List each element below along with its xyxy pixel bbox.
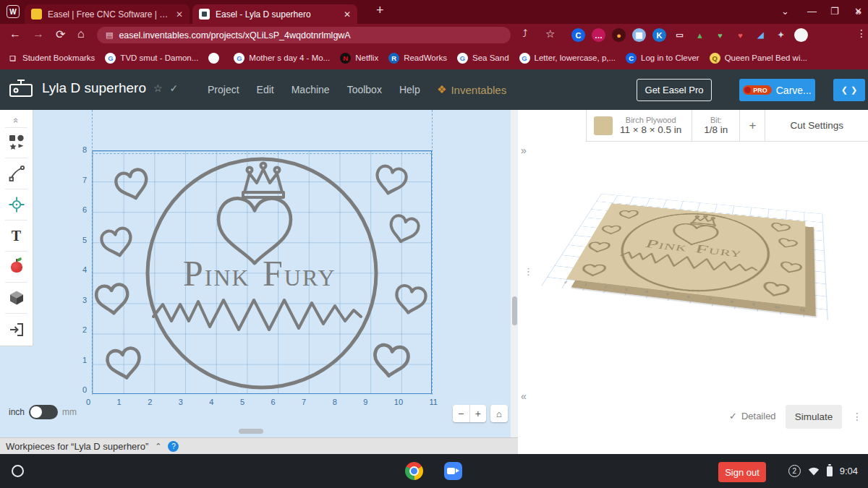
site-info-icon[interactable]: ▤ [106,30,113,40]
close-tab-icon[interactable]: ✕ [176,9,183,20]
origin-tool-button[interactable] [0,195,33,214]
bookmark-item[interactable]: R ReadWorks [388,53,447,64]
bookmarks-overflow-icon[interactable]: » [856,6,861,17]
bookmark-item[interactable]: G Letter, lowercase, p,... [519,53,616,64]
extension-icon[interactable]: ♥ [733,28,747,42]
bookmark-favicon-icon: C [626,53,637,64]
extension-icon[interactable] [794,28,808,42]
zoom-in-button[interactable]: + [470,405,487,422]
cube-icon [8,289,25,307]
carve-button[interactable]: PRO Carve... [739,79,815,101]
preview-menu-icon[interactable]: ⋮ [852,411,862,422]
bookmark-item[interactable]: N Netflix [340,53,378,64]
browser-tab-active[interactable]: Easel - Lyla D superhero ✕ [192,4,357,24]
material-swatch[interactable] [594,116,613,135]
text-tool-button[interactable]: T [0,226,33,245]
new-tab-button[interactable]: + [376,3,384,18]
panel-collapse-icon[interactable]: « [521,390,527,402]
extension-icon[interactable]: ▭ [673,28,686,42]
extension-icon[interactable]: … [592,28,605,42]
extension-icon[interactable]: ♥ [713,28,727,42]
tab-list-chevron-icon[interactable]: ⌄ [781,6,789,17]
bookmark-item[interactable]: G Sea Sand [457,53,509,64]
project-title-text[interactable]: Lyla D superhero [42,80,146,96]
zoom-home-button[interactable]: ⌂ [490,405,508,422]
bookmark-item[interactable]: G Mother s day 4 - Mo... [234,53,330,64]
get-easel-pro-button[interactable]: Get Easel Pro [637,79,712,101]
draw-tool-button[interactable] [0,164,33,183]
bookmark-label: Log in to Clever [641,53,699,62]
sign-out-button[interactable]: Sign out [718,462,766,482]
menu-item[interactable]: Edit [257,84,274,95]
unit-inch-label: inch [9,407,25,417]
bookmark-item[interactable]: C Log in to Clever [626,53,699,64]
bookmark-item[interactable] [208,53,224,64]
menu-item[interactable]: Toolbox [347,84,382,95]
bookmark-item[interactable]: Q Queen Panel Bed wi... [710,53,807,64]
extension-icon[interactable]: C [571,28,585,42]
import-tool-button[interactable] [0,320,33,339]
canvas-vscrollbar-thumb[interactable] [512,296,517,325]
material-info[interactable]: Birch Plywood 11 × 8 × 0.5 in [620,116,692,135]
bookmark-item[interactable]: ❏ Student Bookmarks [7,53,95,64]
unit-toggle[interactable] [29,405,58,419]
bookmark-label: Letter, lowercase, p,... [535,53,616,62]
browser-tab-inactive[interactable]: Easel | Free CNC Software | Inver ✕ [25,4,190,24]
zoom-app-icon[interactable] [444,462,462,480]
launcher-button[interactable] [12,465,24,477]
inventables-brand[interactable]: ❖ Inventables [437,83,506,96]
detailed-toggle[interactable]: ✓ Detailed [729,411,776,421]
shapes-tool-button[interactable] [0,132,33,153]
forward-icon[interactable]: → [33,27,44,40]
chrome-app-icon[interactable] [405,462,423,480]
easel-logo-icon[interactable] [9,79,33,103]
design-library-button[interactable] [0,257,33,276]
canvas-hscrollbar-thumb[interactable] [239,429,263,434]
3d-preview[interactable]: PINK FURY 01234567891011 [554,158,836,346]
cut-settings-button[interactable]: Cut Settings [765,120,868,131]
home-icon[interactable]: ⌂ [77,27,85,40]
status-tray[interactable]: 2 9:04 [788,461,858,481]
ruler-label: 4 [645,290,649,294]
bookmarks-bar: ❏ Student Bookmarks G TVD smut - Damon..… [0,46,868,69]
close-tab-icon[interactable]: ✕ [344,9,351,20]
restore-window-button[interactable]: ❐ [830,6,839,17]
back-icon[interactable]: ← [9,27,21,40]
design-vector-object[interactable]: PINK FURY [92,150,432,394]
material-tool-button[interactable] [0,288,33,307]
minimize-window-button[interactable]: — [807,6,817,17]
extension-icon[interactable]: ✦ [774,28,788,42]
extension-icon[interactable]: ▲ [693,28,707,42]
extension-icon[interactable]: ▦ [632,28,646,42]
window-badge-icon[interactable]: W [7,5,20,18]
extension-icon[interactable]: K [652,28,666,42]
reload-icon[interactable]: ⟳ [56,27,65,41]
help-icon[interactable]: ? [168,441,179,452]
collapse-bar-icon[interactable]: ⌃ [155,442,161,451]
panel-expand-icon[interactable]: » [521,145,527,156]
ruler-y: 876543210 [74,145,87,394]
project-title[interactable]: Lyla D superhero ☆ ✓ [42,80,178,96]
menu-item[interactable]: Project [208,84,239,95]
add-bit-button[interactable]: + [740,110,765,141]
url-text[interactable]: easel.inventables.com/projects/xQLiLsP_4… [119,30,350,40]
canvas-vscrollbar-track[interactable] [511,110,518,437]
favorite-star-icon[interactable]: ☆ [153,82,163,94]
browser-menu-icon[interactable]: ⋮ [856,27,867,39]
collapse-up-icon: « [11,117,22,122]
bookmark-star-icon[interactable]: ☆ [545,27,555,40]
menu-item[interactable]: Machine [292,84,330,95]
fullscreen-toggle-button[interactable]: ❮ ❯ [833,79,865,101]
bookmark-item[interactable]: G TVD smut - Damon... [105,53,198,64]
extension-icon[interactable]: ◢ [754,28,767,42]
menu-item[interactable]: Help [399,84,420,95]
bit-info[interactable]: Bit: 1/8 in [692,116,739,135]
zoom-out-button[interactable]: − [453,405,470,422]
design-canvas[interactable]: 876543210 01234567891011 [0,110,518,437]
simulate-button[interactable]: Simulate [786,405,842,429]
extension-icon[interactable]: ● [612,28,626,42]
address-bar[interactable]: ▤ easel.inventables.com/projects/xQLiLsP… [97,27,511,43]
panel-drag-handle-icon[interactable]: ⋮ [524,266,533,277]
ruler-label: 3 [82,296,87,304]
share-icon[interactable]: ⤴ [522,27,527,39]
